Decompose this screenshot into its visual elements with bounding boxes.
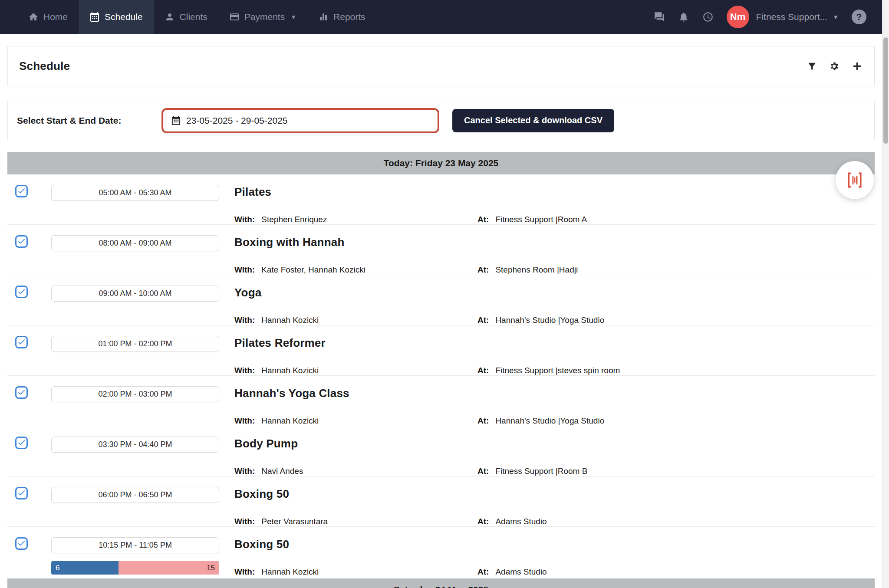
date-range-label: Select Start & End Date:	[17, 115, 161, 126]
account-menu[interactable]: Fitness Support... ▼	[756, 12, 839, 22]
session-time[interactable]: 10:15 PM - 11:05 PM	[51, 537, 219, 553]
at-value: Adams Studio	[495, 517, 547, 526]
session-checkbox[interactable]	[15, 185, 28, 197]
with-label: With:	[234, 315, 255, 325]
at-label: At:	[477, 265, 489, 275]
at-value: Fitness Support |Room B	[495, 466, 587, 476]
session-checkbox[interactable]	[15, 286, 28, 298]
scrollbar-thumb[interactable]	[883, 37, 888, 144]
check-icon	[17, 237, 26, 246]
at-value: Fitness Support |Room A	[495, 215, 587, 224]
session-time[interactable]: 09:00 AM - 10:00 AM	[51, 286, 219, 302]
day-header-text: Today: Friday 23 May 2025	[384, 158, 499, 168]
help-button[interactable]: ?	[852, 10, 866, 24]
history-button[interactable]	[702, 11, 714, 23]
session-title: Yoga	[234, 286, 875, 299]
session-checkbox[interactable]	[15, 386, 28, 399]
session-checkbox[interactable]	[15, 487, 28, 499]
header-actions	[807, 60, 863, 72]
nav-label-payments: Payments	[244, 12, 285, 22]
date-toolbar-card: Select Start & End Date: 23-05-2025 - 29…	[7, 101, 875, 140]
home-icon	[28, 12, 39, 22]
chat-icon	[654, 11, 665, 23]
date-range-value: 23-05-2025 - 29-05-2025	[186, 115, 288, 126]
next-day-header-band: Saturday 24 May 2025	[7, 578, 875, 588]
bell-icon	[678, 11, 689, 23]
session-checkbox[interactable]	[15, 336, 28, 348]
top-navbar: Home Schedule Clients Payments ▼ Reports	[0, 0, 889, 34]
nav-label-schedule: Schedule	[105, 12, 143, 22]
session-title: Hannah's Yoga Class	[234, 387, 875, 400]
clock-icon	[702, 11, 714, 23]
nav-item-schedule[interactable]: Schedule	[79, 0, 154, 34]
session-time[interactable]: 01:00 PM - 02:00 PM	[51, 336, 219, 352]
with-value: Stephen Enriquez	[261, 215, 327, 224]
filter-button[interactable]	[807, 61, 817, 71]
check-icon	[17, 539, 26, 548]
session-checkbox[interactable]	[15, 437, 28, 449]
at-value: Adams Studio	[495, 567, 547, 577]
check-icon	[17, 287, 26, 296]
at-label: At:	[477, 517, 489, 526]
nav-item-clients[interactable]: Clients	[154, 0, 218, 34]
session-time[interactable]: 06:00 PM - 06:50 PM	[51, 487, 219, 503]
page-header-card: Schedule	[7, 46, 875, 86]
with-value: Hannah Kozicki	[261, 567, 319, 577]
check-icon	[17, 488, 26, 497]
scan-barcode-button[interactable]	[836, 161, 874, 199]
with-value: Navi Andes	[261, 466, 303, 476]
date-range-input[interactable]: 23-05-2025 - 29-05-2025	[161, 108, 439, 133]
session-title: Boxing with Hannah	[234, 236, 875, 249]
session-row: 09:00 AM - 10:00 AM Yoga With:Hannah Koz…	[7, 275, 875, 325]
credit-card-icon	[229, 12, 240, 22]
check-icon	[17, 388, 26, 397]
notifications-button[interactable]	[678, 11, 689, 23]
with-label: With:	[234, 366, 255, 375]
person-icon	[165, 12, 175, 22]
capacity-booked-segment: 6	[51, 561, 119, 575]
page-title: Schedule	[19, 59, 70, 73]
at-label: At:	[477, 315, 489, 325]
with-label: With:	[234, 466, 255, 476]
nav-item-payments[interactable]: Payments ▼	[218, 0, 307, 34]
at-label: At:	[477, 416, 489, 426]
vertical-scrollbar[interactable]	[882, 0, 889, 588]
session-checkbox[interactable]	[15, 235, 28, 248]
nav-item-home[interactable]: Home	[17, 0, 79, 34]
nav-label-clients: Clients	[180, 12, 207, 22]
schedule-page: Home Schedule Clients Payments ▼ Reports	[0, 0, 889, 588]
session-title: Body Pump	[234, 437, 875, 450]
session-row: 02:00 PM - 03:00 PM Hannah's Yoga Class …	[7, 376, 875, 426]
capacity-total-segment: 15	[119, 561, 219, 575]
session-row: 10:15 PM - 11:05 PM 6 15 Boxing 50 With:…	[7, 527, 875, 577]
settings-button[interactable]	[829, 61, 840, 72]
session-time[interactable]: 03:30 PM - 04:40 PM	[51, 437, 219, 453]
navbar-right: Nm Fitness Support... ▼ ?	[654, 0, 889, 34]
calendar-icon	[89, 12, 100, 22]
add-button[interactable]	[851, 60, 863, 72]
at-label: At:	[477, 466, 489, 476]
cancel-download-csv-button[interactable]: Cancel Selected & download CSV	[452, 109, 614, 132]
session-time[interactable]: 02:00 PM - 03:00 PM	[51, 386, 219, 402]
session-time[interactable]: 08:00 AM - 09:00 AM	[51, 235, 219, 251]
check-icon	[17, 337, 26, 346]
at-label: At:	[477, 366, 489, 375]
avatar[interactable]: Nm	[727, 6, 749, 28]
session-row: 05:00 AM - 05:30 AM Pilates With:Stephen…	[7, 174, 875, 225]
gear-icon	[829, 61, 840, 72]
nav-item-reports[interactable]: Reports	[307, 0, 376, 34]
bar-chart-icon	[318, 12, 329, 22]
with-value: Hannah Kozicki	[261, 366, 319, 375]
with-label: With:	[234, 416, 255, 426]
calendar-icon	[171, 115, 181, 125]
session-time[interactable]: 05:00 AM - 05:30 AM	[51, 185, 219, 201]
session-checkbox[interactable]	[15, 537, 28, 550]
messages-button[interactable]	[654, 11, 665, 23]
at-label: At:	[477, 215, 489, 224]
session-title: Boxing 50	[234, 538, 875, 551]
chevron-down-icon: ▼	[290, 13, 296, 20]
session-list: 05:00 AM - 05:30 AM Pilates With:Stephen…	[7, 174, 875, 577]
at-label: At:	[477, 567, 489, 577]
barcode-icon	[845, 171, 864, 190]
capacity-bar: 6 15	[51, 561, 219, 575]
